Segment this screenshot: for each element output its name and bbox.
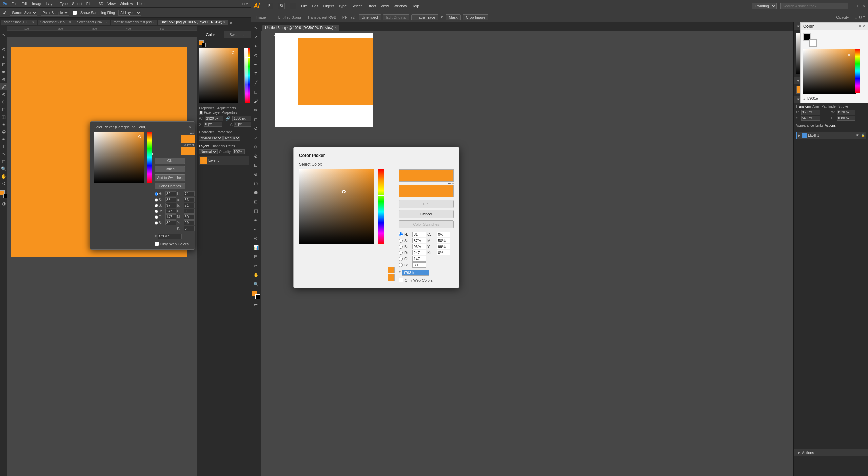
ps-tab-4[interactable]: Untitled-3.png @ 100% (Layer 0, RGB/8) ×: [158, 20, 228, 25]
ps-font-family[interactable]: Myriad Pro: [199, 136, 223, 141]
ai-brushes-collapse-icon[interactable]: ▼: [796, 97, 800, 101]
ai-cp-hex-input[interactable]: [402, 270, 429, 276]
ps-cp-gradient-picker[interactable]: [94, 132, 144, 183]
ps-channels-tab[interactable]: Channels: [211, 144, 225, 148]
ps-tool-crop[interactable]: ⊡: [0, 61, 7, 68]
ai-tab-close-icon[interactable]: ×: [335, 26, 337, 30]
ps-y-input[interactable]: [234, 122, 253, 127]
ps-menu-filter[interactable]: Filter: [86, 2, 95, 6]
ai-tool-zoom[interactable]: 🔍: [252, 280, 260, 288]
ai-tool-blend[interactable]: ∞: [252, 225, 260, 233]
ai-cp-only-web-colors-checkbox[interactable]: [399, 278, 403, 282]
ps-paths-tab[interactable]: Paths: [226, 144, 235, 148]
ps-character-tab[interactable]: Character: [199, 130, 214, 134]
ai-grid-icon[interactable]: ⊞: [290, 3, 296, 9]
ai-layer-row[interactable]: ▶ Layer 1 👁 🔒: [796, 132, 866, 139]
ps-tool-path-select[interactable]: ↖: [0, 150, 7, 157]
ai-tool-warp[interactable]: ⊛: [252, 143, 260, 151]
ai-cp-radio-g[interactable]: [399, 257, 403, 261]
ai-edit-original-button[interactable]: Edit Original: [383, 14, 410, 20]
ps-menu-image[interactable]: Image: [32, 2, 42, 6]
ai-menu-edit[interactable]: Edit: [312, 4, 318, 8]
ai-w-input[interactable]: [837, 110, 855, 115]
ps-tool-eyedropper[interactable]: ✒: [0, 68, 7, 75]
ai-tool-symbol[interactable]: ⊗: [252, 234, 260, 242]
ps-tool-zoom[interactable]: 🔍: [0, 165, 7, 172]
ps-tab-0[interactable]: screenshot (196... ×: [1, 20, 37, 25]
ps-tool-rotate-view[interactable]: ↺: [0, 180, 7, 187]
ai-pathfinder-tab[interactable]: Pathfinder: [821, 105, 837, 108]
ai-tool-direct-select[interactable]: ↗: [252, 33, 260, 41]
ps-menu-view[interactable]: View: [107, 2, 116, 6]
ps-color-tab[interactable]: Color: [197, 31, 224, 38]
ps-paragraph-tab[interactable]: Paragraph: [217, 130, 233, 134]
ps-cp-radio-b[interactable]: [155, 204, 158, 207]
ai-cg-collapse-icon[interactable]: ▼: [796, 79, 800, 83]
ps-cp-color-libraries-button[interactable]: Color Libraries: [155, 183, 185, 189]
ai-cp-b2-input[interactable]: [412, 262, 426, 268]
ai-h-input[interactable]: [837, 116, 855, 121]
ps-menu-help[interactable]: Help: [137, 2, 145, 6]
ai-cp-k-input[interactable]: [437, 250, 450, 255]
ai-layer-visibility-icon[interactable]: 👁: [856, 133, 860, 137]
ai-tool-swap-colors[interactable]: ⇄: [252, 301, 260, 309]
ai-canvas-close-btn[interactable]: ×: [273, 33, 276, 38]
ps-cp-ok-button[interactable]: OK: [155, 158, 185, 164]
ps-cp-radio-g[interactable]: [155, 215, 158, 219]
ai-mask-button[interactable]: Mask: [446, 14, 460, 20]
ps-window-minimize[interactable]: ─: [238, 2, 241, 6]
ps-tool-healing[interactable]: ⊕: [0, 76, 7, 83]
ai-image-tab[interactable]: Image: [254, 15, 268, 20]
ai-tool-mesh[interactable]: ⊞: [252, 198, 260, 206]
ps-cp-radio-b3[interactable]: [155, 221, 158, 225]
ai-tool-type[interactable]: T: [252, 69, 260, 78]
ai-workspace-dropdown[interactable]: Painting: [752, 3, 777, 9]
ps-x-input[interactable]: [204, 122, 222, 127]
ps-cp-b-input[interactable]: [165, 203, 176, 208]
ps-bg-swatch[interactable]: [202, 43, 206, 47]
ai-rcd-gradient-picker[interactable]: [803, 49, 856, 94]
ai-appearance-tab[interactable]: Appearance: [796, 124, 814, 127]
ps-tool-move[interactable]: ↖: [0, 31, 7, 38]
ai-tool-shape[interactable]: □: [252, 88, 260, 96]
ai-cp-y-input[interactable]: [437, 244, 450, 249]
ps-cp-add-swatches-button[interactable]: Add to Swatches: [155, 174, 185, 181]
ps-menu-window[interactable]: Window: [120, 2, 133, 6]
ai-actions-tab[interactable]: Actions: [825, 124, 836, 127]
ai-cp-radio-s[interactable]: [399, 239, 403, 243]
ps-cp-b3-input[interactable]: [165, 220, 176, 225]
ai-tool-eraser[interactable]: ◻: [252, 115, 260, 123]
ps-tool-dodge[interactable]: ◒: [0, 128, 7, 135]
ps-cp-close-icon[interactable]: ×: [189, 125, 191, 129]
ai-tool-pencil[interactable]: ✏: [252, 106, 260, 114]
ai-transform-tab[interactable]: Transform: [796, 105, 811, 108]
ai-cp-c-input[interactable]: [437, 232, 450, 237]
ps-cp-cancel-button[interactable]: Cancel: [155, 166, 185, 172]
ai-tool-live-paint[interactable]: ⬡: [252, 179, 260, 187]
ai-menu-select[interactable]: Select: [351, 4, 362, 8]
ps-cp-s-input[interactable]: [165, 197, 176, 202]
ps-cp-a-input[interactable]: [184, 197, 195, 202]
ps-tool-blur[interactable]: ◈: [0, 121, 7, 127]
ai-cp-color-swatches-button[interactable]: Color Swatches: [399, 220, 454, 228]
ai-crop-image-button[interactable]: Crop Image: [463, 14, 488, 20]
ai-canvas-tab-main[interactable]: Untitled-3.png* @ 100% (RGB/GPU Preview)…: [262, 25, 339, 31]
ai-tool-width[interactable]: ⊗: [252, 152, 260, 160]
ai-cp-cancel-button[interactable]: Cancel: [399, 210, 454, 218]
ps-cp-hex-input[interactable]: f7931e: [158, 234, 182, 239]
ai-cp-radio-b[interactable]: [399, 245, 403, 249]
ai-rcd-hue-strip[interactable]: [855, 49, 860, 93]
ai-cp-m-input[interactable]: [437, 238, 450, 243]
ai-tool-slice[interactable]: ✂: [252, 262, 260, 270]
ai-cp-gradient-picker[interactable]: [299, 169, 374, 244]
ps-cp-k-input[interactable]: [184, 226, 195, 231]
ai-tool-lasso[interactable]: ⊙: [252, 51, 260, 59]
ai-window-close[interactable]: ×: [863, 4, 865, 8]
ps-cp-g-input[interactable]: [165, 214, 176, 220]
ai-unembed-button[interactable]: Unembed: [359, 14, 381, 20]
ai-tool-pen[interactable]: ✒: [252, 60, 260, 68]
ai-tool-hand[interactable]: ✋: [252, 271, 260, 279]
ai-cp-h-input[interactable]: [412, 232, 426, 237]
ps-menu-edit[interactable]: Edit: [21, 2, 28, 6]
ai-tool-perspective[interactable]: ⬢: [252, 188, 260, 196]
